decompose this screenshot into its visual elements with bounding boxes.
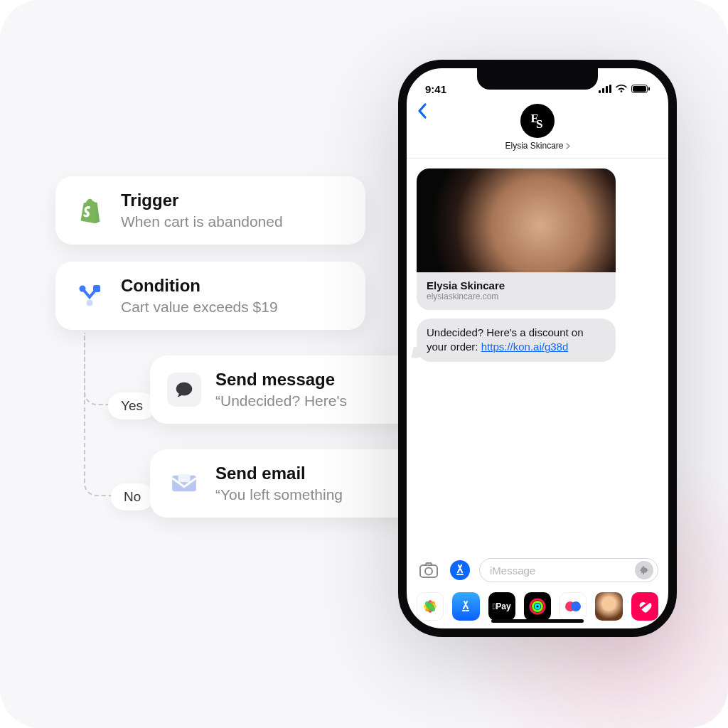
app-generic-1[interactable] <box>560 592 587 621</box>
message-input[interactable]: iMessage <box>479 558 658 582</box>
card-title: Condition <box>121 276 278 296</box>
svg-point-0 <box>80 286 86 292</box>
svg-point-14 <box>450 560 470 580</box>
message-link[interactable]: https://kon.ai/g38d <box>481 341 569 353</box>
phone-mockup: 9:41 ES Elysia Skincare <box>398 60 677 637</box>
cellular-icon <box>599 85 611 93</box>
branch-icon <box>73 279 107 313</box>
contact-avatar[interactable]: ES <box>520 104 555 138</box>
link-preview-card[interactable]: Elysia Skincare elysiaskincare.com <box>417 168 616 310</box>
svg-rect-6 <box>602 88 604 93</box>
app-drawer[interactable]: Pay <box>407 587 668 621</box>
svg-point-20 <box>533 602 542 611</box>
camera-icon <box>419 562 438 578</box>
dictation-button[interactable] <box>635 561 653 579</box>
messages-area[interactable]: Elysia Skincare elysiaskincare.com Undec… <box>407 159 668 551</box>
svg-rect-10 <box>633 86 646 92</box>
card-title: Send message <box>215 370 347 390</box>
battery-icon <box>631 85 650 93</box>
card-subtitle: “Undecided? Here's <box>215 392 347 410</box>
incoming-message-bubble[interactable]: Undecided? Here's a discount on your ord… <box>417 318 616 362</box>
camera-button[interactable] <box>417 558 441 582</box>
app-apple-pay[interactable]: Pay <box>488 592 515 621</box>
app-fitness[interactable] <box>524 592 551 621</box>
workflow-card-trigger[interactable]: Trigger When cart is abandoned <box>55 176 365 245</box>
svg-rect-4 <box>178 474 191 482</box>
card-title: Send email <box>215 464 343 483</box>
mail-icon <box>167 466 201 500</box>
card-subtitle: Cart value exceeds $19 <box>121 299 278 316</box>
chat-header: ES Elysia Skincare <box>407 100 668 159</box>
svg-point-2 <box>87 300 93 306</box>
workflow-card-send-email[interactable]: Send email “You left something <box>150 449 413 518</box>
link-preview-image <box>417 168 616 272</box>
message-icon <box>167 373 201 407</box>
chevron-right-icon <box>566 143 570 149</box>
app-memoji[interactable] <box>595 592 622 621</box>
link-preview-domain: elysiaskincare.com <box>427 291 606 301</box>
workflow-card-condition[interactable]: Condition Cart value exceeds $19 <box>55 262 365 330</box>
wifi-icon <box>616 85 627 93</box>
svg-point-13 <box>425 568 432 575</box>
contact-name[interactable]: Elysia Skincare <box>505 141 569 151</box>
svg-point-23 <box>571 601 581 611</box>
svg-rect-5 <box>599 90 601 93</box>
card-title: Trigger <box>121 191 283 210</box>
link-preview-title: Elysia Skincare <box>427 279 606 291</box>
waveform-icon <box>639 565 649 575</box>
svg-rect-7 <box>606 86 608 93</box>
workflow-card-send-message[interactable]: Send message “Undecided? Here's <box>150 355 413 424</box>
input-placeholder: iMessage <box>490 564 535 577</box>
shopify-icon <box>73 193 107 228</box>
home-indicator[interactable] <box>491 619 584 623</box>
app-store-button[interactable] <box>448 558 472 582</box>
marketing-illustration: Yes No Trigger When cart is abandoned Co… <box>0 0 728 728</box>
app-store-icon <box>449 560 471 581</box>
svg-rect-1 <box>93 285 100 292</box>
workflow-column: Trigger When cart is abandoned Condition… <box>55 176 390 518</box>
phone-notch <box>477 68 598 90</box>
phone-frame: 9:41 ES Elysia Skincare <box>398 60 677 637</box>
app-appstore[interactable] <box>452 592 479 621</box>
card-subtitle: When cart is abandoned <box>121 213 283 230</box>
svg-rect-8 <box>609 85 611 93</box>
status-indicators <box>599 85 650 93</box>
back-button[interactable] <box>417 102 428 122</box>
svg-point-21 <box>535 604 540 609</box>
status-time: 9:41 <box>425 83 446 95</box>
svg-rect-11 <box>648 87 650 91</box>
app-generic-2[interactable] <box>631 592 658 621</box>
app-photos[interactable] <box>417 592 444 621</box>
message-input-row: iMessage <box>407 551 668 587</box>
card-subtitle: “You left something <box>215 486 343 503</box>
